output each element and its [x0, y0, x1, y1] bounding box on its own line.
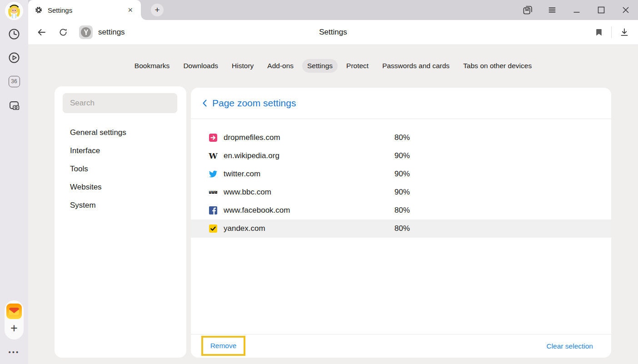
weather-temperature-badge[interactable]: 36	[7, 75, 21, 88]
add-app-plus-icon[interactable]: +	[10, 320, 18, 336]
nav-tab-tabs-on-other-devices[interactable]: Tabs on other devices	[458, 59, 537, 73]
site-row[interactable]: yandex.com80%	[191, 219, 611, 238]
badge-number: 36	[9, 76, 20, 87]
sidebar-item-general-settings[interactable]: General settings	[55, 124, 186, 142]
avatar-girl-illustration	[5, 2, 23, 20]
settings-sidebar: General settingsInterfaceToolsWebsitesSy…	[55, 86, 186, 358]
bookmark-icon[interactable]	[594, 28, 603, 37]
site-name: yandex.com	[224, 224, 265, 233]
site-zoom-value[interactable]: 90%	[394, 170, 410, 179]
window-controls	[515, 0, 638, 20]
nav-tab-history[interactable]: History	[227, 59, 259, 73]
reload-icon[interactable]	[58, 27, 68, 37]
page-zoom-panel: Page zoom settings dropmefiles.com80%Wen…	[191, 88, 611, 358]
screenshot-camera-icon[interactable]	[7, 99, 21, 112]
pinned-apps-pill: +	[5, 300, 24, 339]
toolbar-right-actions	[594, 26, 629, 38]
site-zoom-value[interactable]: 80%	[394, 133, 410, 142]
settings-nav: BookmarksDownloadsHistoryAdd-onsSettings…	[28, 59, 638, 73]
nav-tab-add-ons[interactable]: Add-ons	[262, 59, 299, 73]
media-play-icon[interactable]	[7, 51, 21, 65]
site-zoom-value[interactable]: 90%	[394, 188, 410, 197]
twitter-favicon	[209, 170, 217, 178]
tab-title: Settings	[48, 6, 126, 14]
profile-avatar[interactable]	[5, 2, 23, 20]
site-row[interactable]: BBCwww.bbc.com90%	[191, 183, 611, 201]
sidebar-item-websites[interactable]: Websites	[55, 178, 186, 196]
facebook-favicon	[209, 206, 217, 214]
selected-checkbox-icon	[209, 224, 217, 233]
sidebar-item-tools[interactable]: Tools	[55, 160, 186, 178]
remove-button[interactable]: Remove	[210, 342, 237, 350]
bbc-favicon: BBC	[209, 188, 217, 196]
site-row[interactable]: dropmefiles.com80%	[191, 129, 611, 147]
new-tab-button[interactable]: +	[151, 4, 164, 16]
panel-footer: Remove Clear selection	[191, 334, 611, 358]
nav-tab-settings[interactable]: Settings	[302, 59, 338, 73]
browser-tab-settings[interactable]: Settings ×	[28, 0, 141, 20]
yandex-mail-icon[interactable]	[6, 304, 22, 319]
window-maximize-icon[interactable]	[589, 0, 613, 20]
downloads-icon[interactable]	[619, 27, 629, 37]
site-name: www.bbc.com	[224, 188, 271, 197]
site-row[interactable]: twitter.com90%	[191, 165, 611, 183]
nav-tab-downloads[interactable]: Downloads	[178, 59, 223, 73]
tab-panels-icon[interactable]	[515, 0, 540, 20]
browser-side-rail: 36 + •••	[0, 0, 28, 364]
sidebar-item-interface[interactable]: Interface	[55, 142, 186, 160]
site-list: dropmefiles.com80%Wen.wikipedia.org90%tw…	[191, 129, 611, 238]
browser-menu-icon[interactable]	[540, 0, 564, 20]
sidebar-item-system[interactable]: System	[55, 196, 186, 214]
site-name: dropmefiles.com	[224, 133, 280, 142]
wikipedia-favicon: W	[209, 152, 217, 160]
history-clock-icon[interactable]	[7, 27, 21, 41]
nav-tab-passwords-and-cards[interactable]: Passwords and cards	[377, 59, 454, 73]
yandex-search-badge[interactable]	[79, 25, 93, 39]
rail-more-dots-icon[interactable]: •••	[0, 348, 28, 356]
site-name: www.facebook.com	[224, 206, 290, 215]
site-name: en.wikipedia.org	[224, 151, 279, 160]
remove-highlight-box: Remove	[201, 336, 245, 356]
window-minimize-icon[interactable]	[564, 0, 589, 20]
tab-bar: Settings × +	[28, 0, 638, 20]
back-arrow-icon[interactable]	[36, 27, 47, 38]
toolbar-separator	[611, 26, 612, 38]
site-zoom-value[interactable]: 80%	[394, 206, 410, 215]
panel-header[interactable]: Page zoom settings	[191, 88, 611, 119]
site-zoom-value[interactable]: 80%	[394, 224, 410, 233]
dropmefiles-favicon	[209, 134, 217, 142]
search-input[interactable]	[63, 93, 177, 113]
nav-tab-protect[interactable]: Protect	[341, 59, 374, 73]
site-row[interactable]: www.facebook.com80%	[191, 201, 611, 219]
nav-tab-bookmarks[interactable]: Bookmarks	[130, 59, 175, 73]
tab-gear-icon	[35, 6, 43, 14]
tab-close-icon[interactable]: ×	[126, 6, 135, 14]
back-chevron-icon	[202, 99, 207, 108]
address-bar-text[interactable]: settings	[98, 28, 125, 37]
address-toolbar: settings Settings	[28, 20, 638, 45]
window-close-icon[interactable]	[613, 0, 638, 20]
panel-title: Page zoom settings	[212, 98, 296, 109]
sidebar-section-list: General settingsInterfaceToolsWebsitesSy…	[55, 124, 186, 214]
site-row[interactable]: Wen.wikipedia.org90%	[191, 147, 611, 165]
clear-selection-button[interactable]: Clear selection	[546, 342, 593, 350]
site-name: twitter.com	[224, 170, 260, 179]
site-zoom-value[interactable]: 90%	[394, 151, 410, 160]
